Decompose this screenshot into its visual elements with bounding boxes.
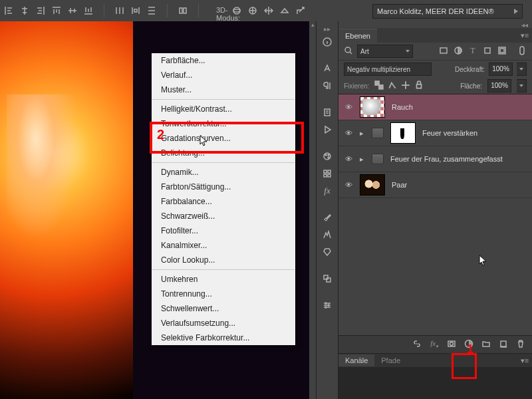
filter-adjustment-icon[interactable] xyxy=(454,46,463,57)
svg-rect-9 xyxy=(328,170,331,173)
layer-name-label[interactable]: Paar xyxy=(392,181,407,189)
layer-thumbnail[interactable] xyxy=(360,174,385,196)
fill-stepper[interactable] xyxy=(517,79,527,92)
character-panel-icon[interactable] xyxy=(317,60,338,77)
filter-toggle-icon[interactable] xyxy=(517,46,527,57)
layer-list-empty[interactable] xyxy=(338,198,532,335)
distribute-v-icon[interactable] xyxy=(147,6,156,15)
menu-item[interactable]: Farbbalance... xyxy=(152,194,295,209)
visibility-icon[interactable]: 👁 xyxy=(344,129,353,137)
menu-item[interactable]: Farbfläche... xyxy=(152,53,295,68)
menu-item[interactable]: Selektive Farbkorrektur... xyxy=(152,331,295,345)
svg-point-5 xyxy=(325,154,327,156)
menu-item[interactable]: Helligkeit/Kontrast... xyxy=(152,102,295,116)
filter-type-icon[interactable]: T xyxy=(468,46,477,57)
filter-shape-icon[interactable] xyxy=(483,46,492,57)
layer-name-label[interactable]: Feuer der Frau, zusammengefasst xyxy=(390,155,503,163)
align-top-icon[interactable] xyxy=(52,6,61,15)
workspace-switcher[interactable]: Marco Kolditz, MEER DER IDEEN® xyxy=(372,4,523,19)
new-group-icon[interactable] xyxy=(481,339,491,350)
layer-thumbnail[interactable] xyxy=(360,96,385,118)
lock-transparency-icon[interactable] xyxy=(374,80,382,91)
menu-item[interactable]: Color Lookup... xyxy=(152,253,295,267)
actions-panel-icon[interactable] xyxy=(317,104,338,121)
layer-group-feuer-frau[interactable]: 👁 ▸ Feuer der Frau, zusammengefasst xyxy=(338,146,532,172)
opacity-value[interactable]: 100% xyxy=(489,63,513,76)
settings-panel-icon[interactable] xyxy=(317,297,338,314)
3d-roll-icon[interactable] xyxy=(248,6,257,15)
expand-arrow-icon[interactable]: ▸ xyxy=(360,155,365,164)
play-icon[interactable] xyxy=(317,121,338,138)
dock-collapse-icon[interactable]: ▸▸ xyxy=(317,25,338,32)
menu-item[interactable]: Tontrennung... xyxy=(152,287,295,301)
lock-all-icon[interactable] xyxy=(414,80,422,91)
filter-pixel-icon[interactable] xyxy=(439,46,448,57)
align-bottom-icon[interactable] xyxy=(84,6,93,15)
cursor-icon xyxy=(479,255,488,267)
delete-layer-icon[interactable] xyxy=(516,339,525,350)
color-panel-icon[interactable] xyxy=(317,148,338,165)
filter-smart-icon[interactable] xyxy=(497,46,507,57)
menu-item[interactable]: Fotofilter... xyxy=(152,223,295,238)
brush-presets-icon[interactable] xyxy=(317,226,338,243)
menu-item[interactable]: Farbton/Sättigung... xyxy=(152,180,295,194)
3d-pan-icon[interactable] xyxy=(264,6,273,15)
menu-item[interactable]: Kanalmixer... xyxy=(152,238,295,253)
mode-3d-label: 3D-Modus: xyxy=(216,6,225,15)
blend-mode-select[interactable]: Negativ multiplizieren xyxy=(344,63,432,76)
distribute-center-icon[interactable] xyxy=(131,6,140,15)
layer-mask-thumbnail[interactable] xyxy=(390,122,416,144)
tab-channels[interactable]: Kanäle xyxy=(338,354,374,366)
opacity-stepper[interactable] xyxy=(517,63,527,76)
layer-rauch[interactable]: 👁 Rauch xyxy=(338,94,532,120)
layer-paar[interactable]: 👁 Paar xyxy=(338,172,532,198)
layer-style-icon[interactable]: fx▾ xyxy=(430,339,439,349)
3d-scale-icon[interactable] xyxy=(296,6,305,15)
auto-align-icon[interactable] xyxy=(178,6,188,15)
panel-menu-icon[interactable]: ▾≡ xyxy=(517,354,532,368)
align-center-v-icon[interactable] xyxy=(68,6,77,15)
3d-orbit-icon[interactable] xyxy=(232,6,241,15)
3d-slide-icon[interactable] xyxy=(280,6,289,15)
align-left-icon[interactable] xyxy=(4,6,13,15)
new-layer-icon[interactable] xyxy=(499,339,508,350)
clone-source-icon[interactable] xyxy=(317,270,338,287)
brush-panel-icon[interactable] xyxy=(317,209,338,226)
lock-position-icon[interactable] xyxy=(401,80,409,91)
swatches-panel-icon[interactable] xyxy=(317,165,338,182)
styles-panel-icon[interactable]: fx xyxy=(317,182,338,200)
visibility-icon[interactable]: 👁 xyxy=(344,155,353,163)
filter-kind-select[interactable]: Art xyxy=(357,45,413,58)
menu-item[interactable]: Verlauf... xyxy=(152,68,295,82)
info-panel-icon[interactable] xyxy=(317,33,338,51)
channels-thumbnails[interactable] xyxy=(338,367,532,399)
menu-item[interactable]: Umkehren xyxy=(152,272,295,287)
tab-layers[interactable]: Ebenen xyxy=(338,29,377,43)
menu-item[interactable]: Verlaufsumsetzung... xyxy=(152,316,295,331)
expand-arrow-icon[interactable]: ▸ xyxy=(360,129,365,138)
svg-point-4 xyxy=(324,153,331,160)
scroll-up-icon[interactable]: ▴ xyxy=(309,21,316,28)
visibility-icon[interactable]: 👁 xyxy=(344,103,353,111)
canvas-scrollbar[interactable]: ▴ xyxy=(309,21,316,399)
menu-item[interactable]: Muster... xyxy=(152,82,295,97)
tool-presets-icon[interactable] xyxy=(317,243,338,261)
link-layers-icon[interactable] xyxy=(412,339,422,350)
distribute-h-icon[interactable] xyxy=(115,6,124,15)
layer-name-label[interactable]: Feuer verstärken xyxy=(422,129,477,137)
lock-pixels-icon[interactable] xyxy=(388,80,396,91)
menu-item[interactable]: Schwellenwert... xyxy=(152,301,295,316)
tab-paths[interactable]: Pfade xyxy=(374,354,407,366)
menu-item[interactable]: Dynamik... xyxy=(152,165,295,180)
layer-name-label[interactable]: Rauch xyxy=(392,103,413,111)
panel-menu-icon[interactable]: ▾≡ xyxy=(517,29,532,43)
align-center-h-icon[interactable] xyxy=(20,6,29,15)
layer-group-feuer-verstaerken[interactable]: 👁 ▸ Feuer verstärken xyxy=(338,120,532,146)
visibility-icon[interactable]: 👁 xyxy=(344,181,353,189)
layer-mask-icon[interactable] xyxy=(447,339,456,350)
align-right-icon[interactable] xyxy=(36,6,45,15)
fill-value[interactable]: 100% xyxy=(487,79,511,92)
panel-collapse-icon[interactable]: ◂◂ xyxy=(338,21,532,28)
paragraph-panel-icon[interactable] xyxy=(317,77,338,94)
menu-item[interactable]: Schwarzweiß... xyxy=(152,209,295,223)
